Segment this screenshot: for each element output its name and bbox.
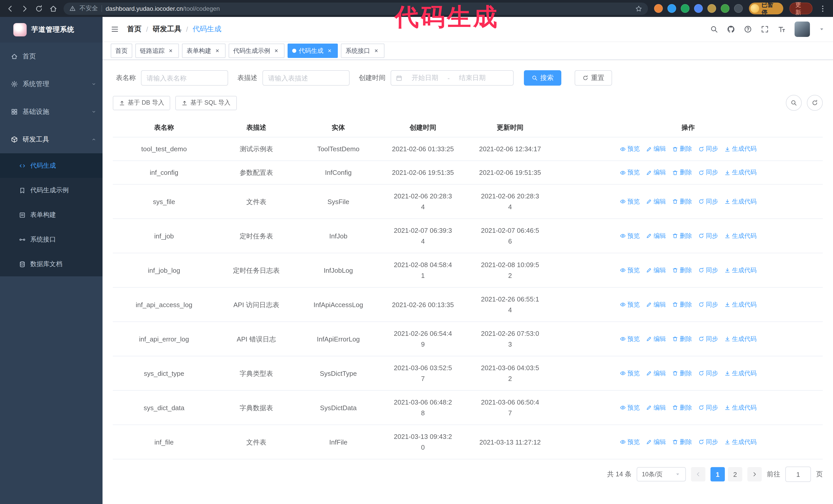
update-button[interactable]: 更新 — [790, 3, 812, 14]
preview-link[interactable]: 预览 — [620, 144, 640, 154]
back-icon[interactable] — [6, 4, 14, 13]
edit-link[interactable]: 编辑 — [646, 231, 666, 241]
edit-link[interactable]: 编辑 — [646, 334, 666, 344]
sync-link[interactable]: 同步 — [698, 402, 718, 413]
preview-link[interactable]: 预览 — [620, 265, 640, 275]
generate-code-link[interactable]: 生成代码 — [724, 231, 757, 241]
sync-link[interactable]: 同步 — [698, 144, 718, 154]
import-db-button[interactable]: 基于 DB 导入 — [113, 96, 170, 110]
toggle-search-button[interactable] — [786, 95, 802, 111]
browser-menu-icon[interactable] — [819, 4, 827, 13]
edit-link[interactable]: 编辑 — [646, 437, 666, 447]
profile-chip[interactable]: 已暂停 — [749, 3, 784, 14]
tab-system-api[interactable]: 系统接口× — [341, 44, 384, 58]
sync-link[interactable]: 同步 — [698, 196, 718, 207]
generate-code-link[interactable]: 生成代码 — [724, 402, 757, 413]
edit-link[interactable]: 编辑 — [646, 196, 666, 207]
preview-link[interactable]: 预览 — [620, 402, 640, 413]
sidebar-item-codegen[interactable]: 代码生成 — [0, 153, 102, 178]
browser-home-icon[interactable] — [49, 4, 57, 13]
bookmark-star-icon[interactable] — [635, 5, 642, 12]
delete-link[interactable]: 删除 — [672, 334, 692, 344]
delete-link[interactable]: 删除 — [672, 402, 692, 413]
sync-link[interactable]: 同步 — [698, 265, 718, 275]
delete-link[interactable]: 删除 — [672, 368, 692, 379]
delete-link[interactable]: 删除 — [672, 437, 692, 447]
generate-code-link[interactable]: 生成代码 — [724, 437, 757, 447]
people-extension-icon[interactable] — [694, 4, 703, 13]
reset-button[interactable]: 重置 — [575, 70, 612, 86]
tab-form-builder[interactable]: 表单构建× — [182, 44, 225, 58]
github-icon[interactable] — [727, 25, 735, 33]
delete-link[interactable]: 删除 — [672, 196, 692, 207]
caret-down-icon[interactable] — [819, 26, 825, 32]
preview-link[interactable]: 预览 — [620, 196, 640, 207]
import-sql-button[interactable]: 基于 SQL 导入 — [175, 96, 237, 110]
sidebar-item-devtools[interactable]: 研发工具 — [0, 126, 102, 153]
edit-link[interactable]: 编辑 — [646, 299, 666, 310]
forward-icon[interactable] — [21, 4, 29, 13]
sync-link[interactable]: 同步 — [698, 437, 718, 447]
end-date-input[interactable]: 结束日期 — [453, 73, 492, 82]
delete-link[interactable]: 删除 — [672, 167, 692, 178]
goto-page-input[interactable] — [785, 466, 811, 482]
close-icon[interactable]: × — [373, 47, 380, 54]
generate-code-link[interactable]: 生成代码 — [724, 334, 757, 344]
generate-code-link[interactable]: 生成代码 — [724, 144, 757, 154]
generate-code-link[interactable]: 生成代码 — [724, 167, 757, 178]
close-icon[interactable]: × — [273, 47, 280, 54]
preview-link[interactable]: 预览 — [620, 437, 640, 447]
drop-extension-icon[interactable] — [667, 4, 676, 13]
date-range-picker[interactable]: 开始日期 - 结束日期 — [390, 70, 514, 86]
leaf-extension-icon[interactable] — [721, 4, 730, 13]
delete-link[interactable]: 删除 — [672, 265, 692, 275]
preview-link[interactable]: 预览 — [620, 231, 640, 241]
sync-link[interactable]: 同步 — [698, 334, 718, 344]
check-extension-icon[interactable] — [681, 4, 689, 13]
refresh-table-button[interactable] — [807, 95, 823, 111]
generate-code-link[interactable]: 生成代码 — [724, 265, 757, 275]
table-desc-input[interactable] — [262, 70, 350, 86]
sidebar-item-system[interactable]: 系统管理 — [0, 70, 102, 98]
preview-link[interactable]: 预览 — [620, 167, 640, 178]
tab-home[interactable]: 首页 — [111, 44, 132, 58]
close-icon[interactable]: × — [326, 47, 333, 54]
sync-link[interactable]: 同步 — [698, 231, 718, 241]
search-icon[interactable] — [710, 25, 718, 33]
preview-link[interactable]: 预览 — [620, 299, 640, 310]
tab-codegen-example[interactable]: 代码生成示例× — [229, 44, 285, 58]
sync-link[interactable]: 同步 — [698, 368, 718, 379]
sidebar-item-db-doc[interactable]: 数据库文档 — [0, 252, 102, 277]
page-button-2[interactable]: 2 — [728, 467, 742, 481]
generate-code-link[interactable]: 生成代码 — [724, 368, 757, 379]
fullscreen-icon[interactable] — [761, 25, 769, 33]
preview-link[interactable]: 预览 — [620, 368, 640, 379]
sidebar-item-codegen-example[interactable]: 代码生成示例 — [0, 178, 102, 202]
pin-extension-icon[interactable] — [734, 4, 743, 13]
reload-icon[interactable] — [35, 4, 43, 13]
font-size-icon[interactable] — [778, 25, 786, 33]
sync-link[interactable]: 同步 — [698, 299, 718, 310]
tab-codegen[interactable]: 代码生成× — [288, 44, 338, 58]
table-name-input[interactable] — [141, 70, 228, 86]
help-icon[interactable] — [744, 25, 752, 33]
address-bar[interactable]: 不安全 dashboard.yudao.iocoder.cn/tool/code… — [64, 2, 648, 15]
breadcrumb-item[interactable]: 研发工具 — [153, 25, 182, 34]
hamburger-icon[interactable] — [111, 25, 119, 33]
tab-trace[interactable]: 链路追踪× — [135, 44, 179, 58]
prev-page-button[interactable] — [691, 467, 705, 481]
breadcrumb-item[interactable]: 首页 — [127, 25, 142, 34]
generate-code-link[interactable]: 生成代码 — [724, 196, 757, 207]
sidebar-item-home[interactable]: 首页 — [0, 43, 102, 70]
edit-link[interactable]: 编辑 — [646, 265, 666, 275]
delete-link[interactable]: 删除 — [672, 299, 692, 310]
next-page-button[interactable] — [747, 467, 762, 481]
start-date-input[interactable]: 开始日期 — [405, 73, 445, 82]
sidebar-item-form-builder[interactable]: 表单构建 — [0, 202, 102, 227]
close-icon[interactable]: × — [167, 47, 174, 54]
edit-link[interactable]: 编辑 — [646, 368, 666, 379]
app-logo[interactable]: 芋道管理系统 — [0, 17, 102, 43]
security-warning-icon[interactable] — [69, 5, 76, 12]
sidebar-item-system-api[interactable]: 系统接口 — [0, 227, 102, 252]
sidebar-item-infra[interactable]: 基础设施 — [0, 98, 102, 126]
